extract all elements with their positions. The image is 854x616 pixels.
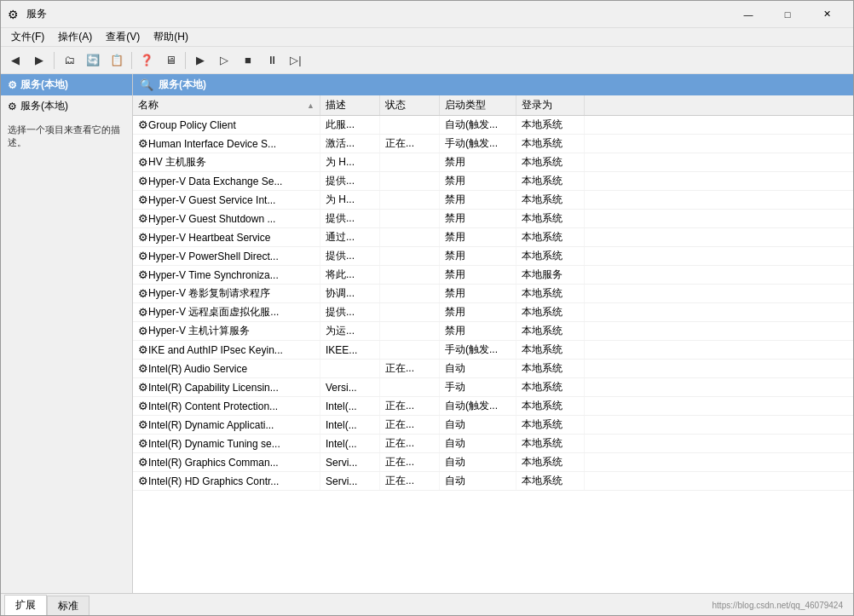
minimize-button[interactable]: — bbox=[729, 1, 768, 28]
left-panel-node[interactable]: ⚙ 服务(本地) bbox=[1, 95, 132, 117]
cell-status: 正在... bbox=[380, 435, 440, 452]
toolbar-restart-btn[interactable]: ▷| bbox=[285, 50, 307, 71]
main-container: ⚙ 服务(本地) ⚙ 服务(本地) 选择一个项目来查看它的描述。 🔍 服务(本地… bbox=[1, 74, 853, 593]
cell-login: 本地服务 bbox=[516, 266, 585, 284]
table-row[interactable]: ⚙Hyper-V Heartbeat Service通过...禁用本地系统 bbox=[133, 228, 853, 247]
service-name-text: Hyper-V Data Exchange Se... bbox=[148, 176, 282, 187]
tab-expand[interactable]: 扩展 bbox=[4, 595, 47, 616]
col-desc[interactable]: 描述 bbox=[320, 95, 380, 115]
menu-help[interactable]: 帮助(H) bbox=[147, 28, 195, 46]
cell-startup: 手动(触发... bbox=[440, 341, 516, 359]
table-row[interactable]: ⚙Intel(R) Dynamic Applicati...Intel(...正… bbox=[133, 416, 853, 435]
right-panel: 🔍 服务(本地) 名称 ▲ 描述 状态 启动类型 bbox=[133, 74, 853, 593]
table-row[interactable]: ⚙Hyper-V 主机计算服务为运...禁用本地系统 bbox=[133, 322, 853, 341]
col-status[interactable]: 状态 bbox=[380, 95, 440, 115]
service-icon: ⚙ bbox=[138, 118, 148, 131]
table-row[interactable]: ⚙Intel(R) HD Graphics Contr...Servi...正在… bbox=[133, 472, 853, 491]
cell-desc: Intel(... bbox=[320, 397, 380, 415]
tab-standard[interactable]: 标准 bbox=[47, 596, 89, 616]
col-startup[interactable]: 启动类型 bbox=[440, 95, 516, 115]
toolbar-stop-btn[interactable]: ■ bbox=[237, 50, 259, 71]
table-row[interactable]: ⚙Intel(R) Capability Licensin...Versi...… bbox=[133, 378, 853, 397]
window-title: 服务 bbox=[26, 7, 729, 21]
table-row[interactable]: ⚙Hyper-V Data Exchange Se...提供...禁用本地系统 bbox=[133, 172, 853, 191]
cell-status: 正在... bbox=[380, 416, 440, 434]
cell-status: 正在... bbox=[380, 135, 440, 153]
table-row[interactable]: ⚙HV 主机服务为 H...禁用本地系统 bbox=[133, 153, 853, 172]
table-row[interactable]: ⚙Hyper-V Guest Service Int...为 H...禁用本地系… bbox=[133, 191, 853, 210]
cell-status bbox=[380, 172, 440, 190]
toolbar-start2-btn[interactable]: ▷ bbox=[213, 50, 235, 71]
cell-status bbox=[380, 378, 440, 396]
table-row[interactable]: ⚙Group Policy Client此服...自动(触发...本地系统 bbox=[133, 116, 853, 135]
toolbar-pause-btn[interactable]: ⏸ bbox=[261, 50, 283, 71]
cell-name: ⚙Hyper-V PowerShell Direct... bbox=[133, 247, 320, 265]
cell-startup: 禁用 bbox=[440, 303, 516, 321]
cell-status bbox=[380, 341, 440, 359]
cell-startup: 自动 bbox=[440, 435, 516, 452]
service-icon: ⚙ bbox=[138, 418, 148, 431]
service-name-text: Group Policy Client bbox=[148, 119, 236, 131]
service-icon: ⚙ bbox=[138, 437, 148, 450]
toolbar-console-btn[interactable]: 🖥 bbox=[159, 50, 182, 71]
cell-startup: 禁用 bbox=[440, 285, 516, 302]
cell-desc: 为 H... bbox=[320, 191, 380, 209]
service-name-text: HV 主机服务 bbox=[148, 155, 206, 170]
cell-desc: 提供... bbox=[320, 172, 380, 190]
toolbar-sep-1 bbox=[54, 52, 55, 69]
right-panel-header: 🔍 服务(本地) bbox=[133, 74, 853, 95]
table-row[interactable]: ⚙Intel(R) Audio Service正在...自动本地系统 bbox=[133, 360, 853, 378]
service-name-text: Intel(R) HD Graphics Contr... bbox=[148, 475, 279, 487]
cell-startup: 禁用 bbox=[440, 172, 516, 190]
table-row[interactable]: ⚙Intel(R) Graphics Comman...Servi...正在..… bbox=[133, 453, 853, 472]
col-login[interactable]: 登录为 bbox=[516, 95, 585, 115]
toolbar-forward-btn[interactable]: ▶ bbox=[28, 50, 50, 71]
cell-login: 本地系统 bbox=[516, 285, 585, 302]
cell-name: ⚙Hyper-V 卷影复制请求程序 bbox=[133, 285, 320, 302]
table-row[interactable]: ⚙IKE and AuthIP IPsec Keyin...IKEE...手动(… bbox=[133, 341, 853, 360]
toolbar-start-btn[interactable]: ▶ bbox=[189, 50, 211, 71]
maximize-button[interactable]: □ bbox=[768, 1, 807, 28]
cell-desc: 协调... bbox=[320, 285, 380, 302]
sort-arrow-name: ▲ bbox=[307, 101, 314, 110]
cell-status bbox=[380, 266, 440, 284]
cell-startup: 手动 bbox=[440, 378, 516, 396]
cell-login: 本地系统 bbox=[516, 360, 585, 377]
left-panel-icon: ⚙ bbox=[8, 79, 17, 91]
close-button[interactable]: ✕ bbox=[807, 1, 846, 28]
col-name[interactable]: 名称 ▲ bbox=[133, 95, 320, 115]
toolbar-back-btn[interactable]: ◀ bbox=[4, 50, 26, 71]
service-name-text: Intel(R) Content Protection... bbox=[148, 400, 278, 412]
service-icon: ⚙ bbox=[138, 137, 148, 150]
table-row[interactable]: ⚙Intel(R) Dynamic Tuning se...Intel(...正… bbox=[133, 435, 853, 453]
services-table[interactable]: 名称 ▲ 描述 状态 启动类型 登录为 ⚙Group Policy Client… bbox=[133, 95, 853, 593]
table-row[interactable]: ⚙Hyper-V PowerShell Direct...提供...禁用本地系统 bbox=[133, 247, 853, 266]
table-row[interactable]: ⚙Hyper-V 卷影复制请求程序协调...禁用本地系统 bbox=[133, 285, 853, 303]
service-icon: ⚙ bbox=[138, 381, 148, 394]
toolbar-refresh-btn[interactable]: 🔄 bbox=[82, 50, 104, 71]
cell-login: 本地系统 bbox=[516, 397, 585, 415]
cell-desc: Servi... bbox=[320, 453, 380, 471]
service-icon: ⚙ bbox=[138, 175, 148, 187]
table-row[interactable]: ⚙Hyper-V Guest Shutdown ...提供...禁用本地系统 bbox=[133, 210, 853, 228]
table-row[interactable]: ⚙Human Interface Device S...激活...正在...手动… bbox=[133, 135, 853, 153]
menu-file[interactable]: 文件(F) bbox=[4, 28, 51, 46]
toolbar-browse-btn[interactable]: 🗂 bbox=[58, 50, 80, 71]
table-row[interactable]: ⚙Hyper-V 远程桌面虚拟化服...提供...禁用本地系统 bbox=[133, 303, 853, 322]
cell-name: ⚙Intel(R) Dynamic Applicati... bbox=[133, 416, 320, 434]
menu-action[interactable]: 操作(A) bbox=[51, 28, 99, 46]
service-icon: ⚙ bbox=[138, 250, 148, 262]
menu-view[interactable]: 查看(V) bbox=[99, 28, 147, 46]
table-row[interactable]: ⚙Hyper-V Time Synchroniza...将此...禁用本地服务 bbox=[133, 266, 853, 285]
cell-login: 本地系统 bbox=[516, 435, 585, 452]
toolbar-help-btn[interactable]: ❓ bbox=[136, 50, 158, 71]
table-row[interactable]: ⚙Intel(R) Content Protection...Intel(...… bbox=[133, 397, 853, 416]
cell-desc: 将此... bbox=[320, 266, 380, 284]
service-name-text: Hyper-V Guest Service Int... bbox=[148, 194, 275, 206]
service-name-text: Hyper-V Guest Shutdown ... bbox=[148, 213, 275, 225]
cell-login: 本地系统 bbox=[516, 210, 585, 227]
toolbar-export-btn[interactable]: 📋 bbox=[106, 50, 128, 71]
cell-status bbox=[380, 228, 440, 246]
cell-desc: IKEE... bbox=[320, 341, 380, 359]
cell-desc: 此服... bbox=[320, 116, 380, 134]
